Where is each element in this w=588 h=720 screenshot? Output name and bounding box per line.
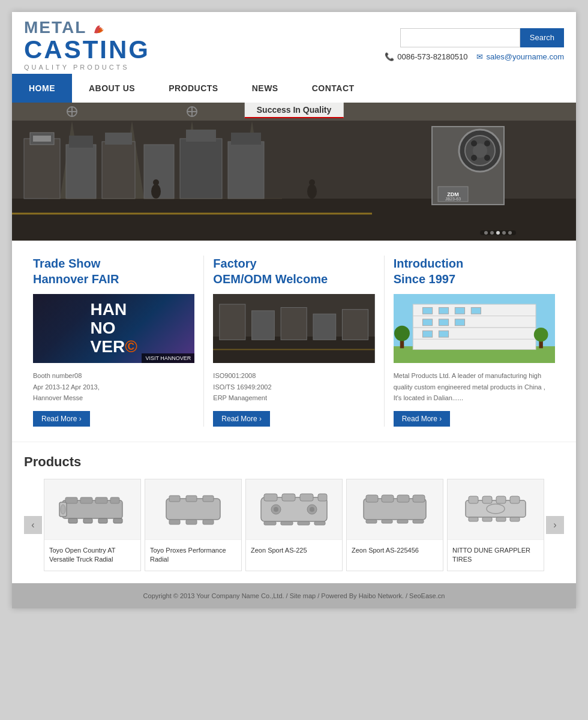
news-section: Trade ShowHannover FAIR HANNOVER© VISIT … xyxy=(12,241,576,442)
footer-text: Copyright © 2013 Your Company Name Co.,L… xyxy=(143,592,445,599)
svg-rect-110 xyxy=(413,495,425,502)
product-name-5: NITTO DUNE GRAPPLER TIRES xyxy=(448,539,544,571)
svg-rect-8 xyxy=(24,139,60,199)
svg-rect-78 xyxy=(95,497,107,503)
factory-svg-2 xyxy=(213,294,374,363)
svg-rect-103 xyxy=(281,521,293,525)
svg-point-74 xyxy=(533,328,548,342)
svg-point-33 xyxy=(307,184,317,199)
banner-label: Success In Quality xyxy=(245,103,344,118)
nav-item-news[interactable]: NEWS xyxy=(235,74,295,103)
nav-item-contact[interactable]: CONTACT xyxy=(295,74,371,103)
search-button[interactable]: Search xyxy=(520,28,564,47)
product-svg-1 xyxy=(56,485,128,533)
product-svg-3 xyxy=(258,485,330,533)
svg-rect-19 xyxy=(231,133,261,145)
svg-rect-51 xyxy=(252,311,275,340)
visit-hannover-badge: VISIT HANNOVER xyxy=(142,353,194,363)
svg-rect-81 xyxy=(83,518,92,523)
product-card-2[interactable]: Toyo Proxes Performance Radial xyxy=(145,479,242,571)
svg-rect-50 xyxy=(220,304,245,340)
product-image-2 xyxy=(145,479,241,539)
news-image-3 xyxy=(394,294,555,363)
product-card-4[interactable]: Zeon Sport AS-225456 xyxy=(346,479,443,571)
svg-point-45 xyxy=(496,231,500,235)
svg-point-32 xyxy=(153,179,159,185)
svg-rect-14 xyxy=(105,133,132,145)
footer: Copyright © 2013 Your Company Name Co.,L… xyxy=(12,583,576,608)
svg-point-27 xyxy=(471,155,477,161)
svg-rect-102 xyxy=(264,521,276,525)
svg-point-34 xyxy=(309,179,315,185)
svg-rect-92 xyxy=(203,520,214,524)
contact-email[interactable]: ✉ sales@yourname.com xyxy=(476,52,564,61)
product-svg-4 xyxy=(359,485,431,533)
svg-rect-12 xyxy=(69,136,93,148)
svg-rect-10 xyxy=(33,136,51,142)
read-more-3[interactable]: Read More › xyxy=(394,411,451,427)
read-more-2[interactable]: Read More › xyxy=(213,411,270,427)
news-desc-2: ISO9001:2008ISO/TS 16949:2002ERP Managem… xyxy=(213,370,374,404)
news-card-building: IntroductionSince 1997 xyxy=(385,256,564,427)
factory-illustration: ZDM JB23-63 xyxy=(12,103,576,241)
email-icon: ✉ xyxy=(476,52,483,61)
product-image-4 xyxy=(347,479,443,539)
header-top: METAL CASTING QUALITY PRODUCTS Search xyxy=(12,12,576,74)
news-image-1: HANNOVER© VISIT HANNOVER xyxy=(33,294,194,363)
nav-item-products[interactable]: PRODUCTS xyxy=(152,74,235,103)
svg-rect-113 xyxy=(397,520,408,523)
nav-item-about[interactable]: ABOUT US xyxy=(72,74,152,103)
building-svg xyxy=(394,294,555,363)
svg-text:JB23-63: JB23-63 xyxy=(445,197,461,201)
svg-rect-105 xyxy=(314,521,325,525)
svg-rect-11 xyxy=(66,145,96,199)
product-svg-5 xyxy=(460,485,532,533)
svg-rect-80 xyxy=(68,518,77,523)
banner-image: ZDM JB23-63 xyxy=(12,103,576,241)
product-card-5[interactable]: NITTO DUNE GRAPPLER TIRES xyxy=(447,479,544,571)
svg-rect-114 xyxy=(413,520,424,523)
svg-rect-104 xyxy=(298,521,310,525)
contact-info: 📞 0086-573-82180510 ✉ sales@yourname.com xyxy=(385,52,564,61)
svg-rect-91 xyxy=(186,520,197,524)
svg-rect-88 xyxy=(186,496,197,502)
product-image-1 xyxy=(44,479,140,539)
svg-rect-77 xyxy=(80,497,92,503)
svg-rect-122 xyxy=(496,517,506,521)
svg-rect-120 xyxy=(469,517,478,521)
svg-rect-109 xyxy=(397,495,409,502)
product-card-1[interactable]: Toyo Open Country AT Versatile Truck Rad… xyxy=(44,479,141,571)
carousel-prev[interactable]: ‹ xyxy=(24,516,42,534)
svg-rect-66 xyxy=(422,319,432,326)
nav-item-home[interactable]: HOME xyxy=(12,74,72,103)
svg-rect-83 xyxy=(113,518,122,523)
nav-spacer xyxy=(371,74,576,103)
product-name-1: Toyo Open Country AT Versatile Truck Rad… xyxy=(44,539,140,571)
product-image-3 xyxy=(246,479,342,539)
svg-rect-64 xyxy=(455,307,464,314)
svg-rect-119 xyxy=(510,496,520,503)
svg-rect-90 xyxy=(169,520,180,524)
svg-rect-94 xyxy=(264,494,277,501)
svg-point-47 xyxy=(508,231,512,235)
svg-point-101 xyxy=(310,507,314,512)
products-title: Products xyxy=(24,454,564,470)
carousel-next[interactable]: › xyxy=(546,516,564,534)
header: METAL CASTING QUALITY PRODUCTS Search xyxy=(12,12,576,103)
product-card-3[interactable]: Zeon Sport AS-225 xyxy=(245,479,343,571)
svg-rect-79 xyxy=(110,497,119,503)
svg-rect-96 xyxy=(300,494,313,501)
products-grid: Toyo Open Country AT Versatile Truck Rad… xyxy=(42,479,546,571)
news-card-hannover: Trade ShowHannover FAIR HANNOVER© VISIT … xyxy=(24,256,204,427)
svg-point-44 xyxy=(490,231,494,235)
svg-rect-67 xyxy=(439,319,448,326)
svg-rect-18 xyxy=(228,142,264,199)
news-desc-1: Booth number08Apr 2013-12 Apr 2013,Hanno… xyxy=(33,370,194,404)
banner: Success In Quality xyxy=(12,103,576,241)
read-more-1[interactable]: Read More › xyxy=(33,411,90,427)
search-input[interactable] xyxy=(400,28,520,47)
svg-point-31 xyxy=(151,184,161,199)
svg-point-85 xyxy=(61,505,65,514)
news-title-2: FactoryOEM/ODM Welcome xyxy=(213,256,374,287)
svg-rect-54 xyxy=(343,310,368,340)
